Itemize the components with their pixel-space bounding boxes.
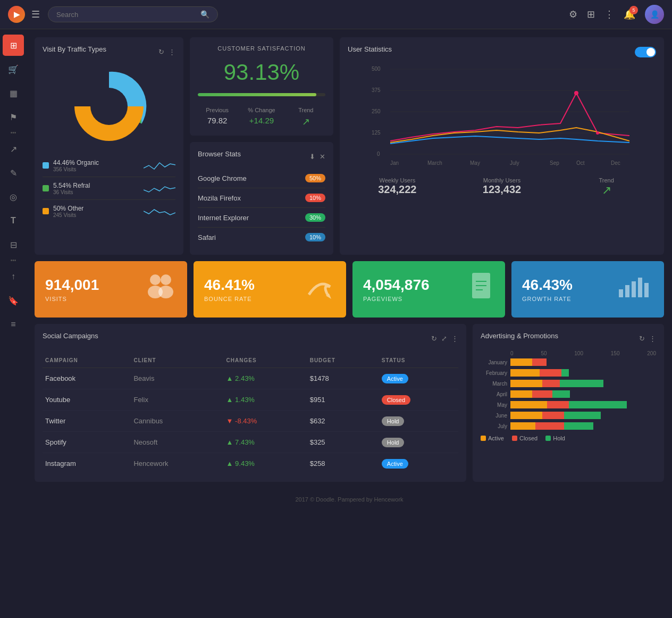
svg-text:Oct: Oct bbox=[576, 160, 585, 166]
legend-hold: Hold bbox=[545, 435, 565, 441]
traffic-legend: 44.46% Organic 356 Visits 5.54% Refral 3… bbox=[43, 154, 175, 222]
search-icon: 🔍 bbox=[200, 10, 209, 19]
legend-referral-count: 36 Visits bbox=[53, 189, 139, 195]
footer: 2017 © Doodle. Pampered by Hencework bbox=[35, 488, 664, 511]
browser-close-btn[interactable]: ✕ bbox=[320, 153, 325, 161]
navbar: ▶ ☰ 🔍 ⚙ ⊞ ⋮ 🔔 5 👤 bbox=[0, 0, 672, 29]
bounce-icon bbox=[304, 273, 335, 306]
logo[interactable]: ▶ bbox=[8, 6, 25, 23]
adv-refresh-btn[interactable]: ↻ bbox=[639, 335, 645, 343]
people-icon bbox=[145, 273, 177, 306]
sat-trend-icon: ↗ bbox=[287, 116, 325, 128]
svg-text:May: May bbox=[470, 160, 480, 166]
legend-organic-count: 356 Visits bbox=[53, 166, 139, 172]
metric-pageviews-value: 4,054,876 bbox=[363, 277, 430, 294]
metric-growth: 46.43% GROWTH RATE bbox=[511, 261, 664, 318]
browser-ie: Internet Explorer 30% bbox=[198, 208, 325, 228]
campaigns-more-btn[interactable]: ⋮ bbox=[451, 335, 458, 343]
browser-chrome: Google Chrome 50% bbox=[198, 169, 325, 188]
sidebar-item-flag[interactable]: ⚑ bbox=[3, 106, 24, 128]
svg-text:500: 500 bbox=[372, 66, 381, 72]
legend-other: 50% Other 245 Visits bbox=[43, 200, 175, 222]
metric-pageviews: 4,054,876 PAGEVIEWS bbox=[352, 261, 505, 318]
sparkline-referral bbox=[144, 180, 175, 196]
sidebar-item-layers[interactable]: ⊟ bbox=[3, 234, 24, 255]
settings-button[interactable]: ⚙ bbox=[569, 9, 577, 20]
sidebar-item-text[interactable]: T bbox=[3, 210, 24, 231]
col-budget: BUDGET bbox=[307, 353, 379, 368]
metric-visits-label: VISITS bbox=[45, 296, 99, 302]
sidebar-item-bookmark[interactable]: 🔖 bbox=[3, 290, 24, 311]
svg-rect-34 bbox=[644, 283, 649, 297]
advertising-title: Advertising & Promotions bbox=[481, 332, 558, 340]
sidebar-item-edit[interactable]: ✎ bbox=[3, 162, 24, 183]
adv-legend: Active Closed Hold bbox=[481, 435, 656, 441]
svg-text:July: July bbox=[510, 160, 519, 166]
svg-text:375: 375 bbox=[372, 87, 381, 93]
sidebar-item-circle[interactable]: ◎ bbox=[3, 186, 24, 207]
search-box: 🔍 bbox=[48, 6, 218, 22]
legend-organic-dot bbox=[43, 162, 49, 169]
legend-other-dot bbox=[43, 208, 49, 214]
browser-title: Browser Stats bbox=[198, 150, 241, 158]
svg-text:0: 0 bbox=[377, 151, 380, 157]
hamburger-button[interactable]: ☰ bbox=[31, 9, 40, 20]
metric-bounce-label: BOUNCE RATE bbox=[204, 296, 255, 302]
main-content: Visit By Traffic Types ↻ ⋮ bbox=[27, 29, 672, 618]
traffic-card: Visit By Traffic Types ↻ ⋮ bbox=[35, 37, 183, 255]
traffic-refresh-btn[interactable]: ↻ bbox=[158, 48, 164, 56]
more-button[interactable]: ⋮ bbox=[604, 9, 614, 20]
campaigns-expand-btn[interactable]: ⤢ bbox=[441, 335, 447, 343]
traffic-more-btn[interactable]: ⋮ bbox=[169, 48, 175, 56]
sidebar-item-login[interactable]: ↗ bbox=[3, 138, 24, 160]
legend-other-label: 50% Other bbox=[53, 205, 139, 212]
table-row: Instagram Hencework ▲ 9.43% $258 Active bbox=[43, 453, 458, 474]
search-input[interactable] bbox=[56, 11, 196, 19]
status-badge: Active bbox=[382, 459, 408, 469]
svg-point-24 bbox=[158, 286, 173, 298]
legend-referral: 5.54% Refral 36 Visits bbox=[43, 177, 175, 200]
pie-chart bbox=[66, 64, 152, 149]
notification-button[interactable]: 🔔 5 bbox=[624, 9, 635, 20]
user-stat-row: Weekly Users 324,222 Monthly Users 123,4… bbox=[348, 177, 656, 197]
sat-trend: Trend ↗ bbox=[287, 107, 325, 128]
browser-download-btn[interactable]: ⬇ bbox=[309, 153, 315, 161]
x-axis: 050100150200 bbox=[481, 350, 656, 356]
campaigns-refresh-btn[interactable]: ↻ bbox=[431, 335, 437, 343]
traffic-title: Visit By Traffic Types bbox=[43, 45, 106, 53]
sidebar-item-shopping[interactable]: 🛒 bbox=[3, 59, 24, 80]
bar-march: March bbox=[481, 380, 656, 387]
legend-other-count: 245 Visits bbox=[53, 212, 139, 218]
sidebar: ⊞ 🛒 ▦ ⚑ ••• ↗ ✎ ◎ T ⊟ ••• ↑ 🔖 ≡ bbox=[0, 29, 27, 618]
sidebar-item-dashboard[interactable]: ⊞ bbox=[3, 35, 24, 56]
sidebar-item-filter[interactable]: ≡ bbox=[3, 314, 24, 335]
adv-more-btn[interactable]: ⋮ bbox=[649, 335, 656, 343]
metric-growth-value: 46.43% bbox=[522, 277, 573, 294]
social-campaigns-card: Social Campaigns ↻ ⤢ ⋮ CAMPAIGN CLIENT C… bbox=[35, 324, 466, 482]
satisfaction-progress-fill bbox=[198, 93, 316, 96]
browser-card: Browser Stats ⬇ ✕ Google Chrome 50% Mozi… bbox=[190, 142, 333, 255]
svg-point-22 bbox=[161, 274, 171, 285]
svg-rect-32 bbox=[632, 281, 636, 297]
metric-bounce-value: 46.41% bbox=[204, 277, 255, 294]
sidebar-item-grid[interactable]: ▦ bbox=[3, 82, 24, 104]
svg-text:March: March bbox=[427, 160, 442, 166]
status-badge: Hold bbox=[382, 416, 405, 426]
svg-text:Jan: Jan bbox=[390, 160, 399, 166]
grid-button[interactable]: ⊞ bbox=[587, 9, 595, 20]
svg-text:Sep: Sep bbox=[550, 160, 559, 166]
user-stats-title: User Statistics bbox=[348, 45, 392, 53]
svg-point-19 bbox=[574, 91, 578, 95]
svg-text:Dec: Dec bbox=[611, 160, 620, 166]
weekly-users: Weekly Users 324,222 bbox=[348, 177, 447, 197]
svg-point-21 bbox=[150, 274, 161, 285]
col-campaign: CAMPAIGN bbox=[43, 353, 131, 368]
trend-stat: Trend ↗ bbox=[557, 177, 656, 197]
document-icon bbox=[468, 272, 494, 307]
status-badge: Active bbox=[382, 374, 408, 383]
satisfaction-progress-bar bbox=[198, 93, 325, 96]
user-stats-toggle[interactable] bbox=[635, 47, 656, 57]
trend-arrow-icon: ↗ bbox=[557, 183, 656, 197]
sidebar-item-upload[interactable]: ↑ bbox=[3, 266, 24, 287]
avatar[interactable]: 👤 bbox=[645, 5, 664, 24]
